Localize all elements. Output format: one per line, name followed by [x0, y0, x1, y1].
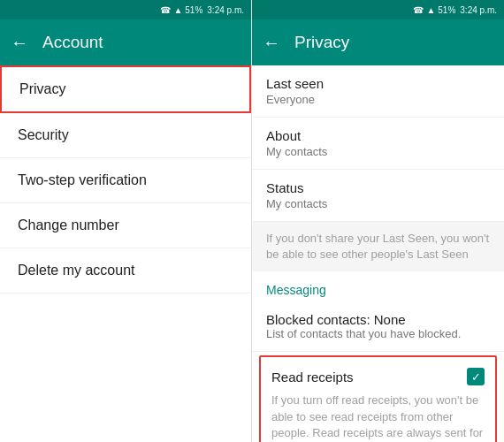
- last-seen-title: Last seen: [266, 76, 490, 91]
- read-receipts-header: Read receipts ✓: [271, 368, 485, 385]
- status-subtitle: My contacts: [266, 197, 490, 210]
- last-seen-info-text: If you don't share your Last Seen, you w…: [266, 231, 490, 263]
- sim-icon: ☎: [160, 5, 171, 15]
- left-status-bar: ☎ ▲ 51% 3:24 p.m.: [0, 0, 251, 19]
- read-receipts-box[interactable]: Read receipts ✓ If you turn off read rec…: [259, 355, 497, 442]
- left-status-icons: ☎ ▲ 51% 3:24 p.m.: [160, 5, 244, 15]
- about-title: About: [266, 128, 490, 143]
- right-header-title: Privacy: [294, 33, 349, 52]
- right-sim-icon: ☎: [413, 5, 424, 15]
- last-seen-value: Everyone: [266, 93, 490, 106]
- right-battery-text: 51%: [438, 5, 455, 15]
- menu-item-privacy[interactable]: Privacy: [0, 65, 251, 113]
- right-back-button[interactable]: ←: [263, 33, 280, 53]
- left-header: ← Account: [0, 19, 251, 65]
- menu-item-delete-account[interactable]: Delete my account: [0, 248, 251, 293]
- menu-item-two-step[interactable]: Two-step verification: [0, 158, 251, 203]
- privacy-content: Last seen Everyone About My contacts Sta…: [252, 65, 504, 442]
- right-panel: ☎ ▲ 51% 3:24 p.m. ← Privacy Last seen Ev…: [252, 0, 504, 442]
- about-item[interactable]: About My contacts: [252, 118, 504, 170]
- account-menu-list: Privacy Security Two-step verification C…: [0, 65, 251, 442]
- wifi-icon: ▲: [173, 5, 182, 15]
- left-header-title: Account: [42, 33, 103, 52]
- right-status-bar: ☎ ▲ 51% 3:24 p.m.: [252, 0, 504, 19]
- blocked-title: Blocked contacts: None: [266, 312, 490, 327]
- last-seen-info-box: If you don't share your Last Seen, you w…: [252, 222, 504, 271]
- read-receipts-title: Read receipts: [271, 370, 354, 385]
- right-status-icons: ☎ ▲ 51% 3:24 p.m.: [413, 5, 497, 15]
- status-title: Status: [266, 180, 490, 195]
- left-back-button[interactable]: ←: [11, 33, 28, 53]
- last-seen-item[interactable]: Last seen Everyone: [252, 65, 504, 118]
- messaging-label: Messaging: [266, 283, 326, 297]
- right-time: 3:24 p.m.: [460, 5, 497, 15]
- right-header: ← Privacy: [252, 19, 504, 65]
- read-receipts-description: If you turn off read receipts, you won't…: [271, 392, 485, 442]
- messaging-section-header: Messaging: [252, 271, 504, 301]
- blocked-subtitle: List of contacts that you have blocked.: [266, 327, 490, 340]
- right-wifi-icon: ▲: [426, 5, 435, 15]
- menu-item-change-number[interactable]: Change number: [0, 203, 251, 248]
- left-time: 3:24 p.m.: [207, 5, 244, 15]
- status-item[interactable]: Status My contacts: [252, 170, 504, 222]
- battery-text: 51%: [185, 5, 202, 15]
- about-subtitle: My contacts: [266, 145, 490, 158]
- blocked-contacts-item[interactable]: Blocked contacts: None List of contacts …: [252, 301, 504, 352]
- menu-item-security[interactable]: Security: [0, 113, 251, 158]
- read-receipts-checkbox[interactable]: ✓: [467, 368, 485, 385]
- left-panel: ☎ ▲ 51% 3:24 p.m. ← Account Privacy Secu…: [0, 0, 252, 442]
